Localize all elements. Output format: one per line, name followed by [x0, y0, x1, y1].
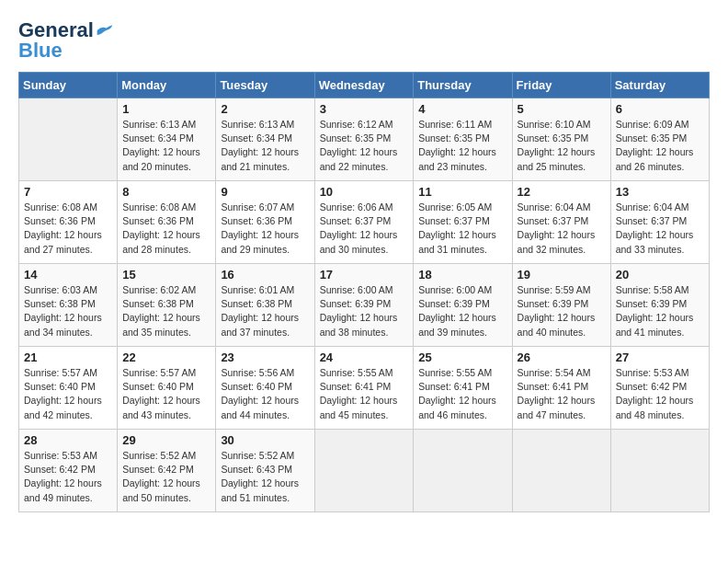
calendar-cell: 3Sunrise: 6:12 AMSunset: 6:35 PMDaylight… — [314, 98, 414, 181]
day-number: 15 — [122, 268, 210, 282]
day-number: 16 — [221, 268, 309, 282]
day-info: Sunrise: 6:00 AMSunset: 6:39 PMDaylight:… — [418, 283, 506, 339]
calendar-cell — [414, 430, 512, 512]
day-info: Sunrise: 6:13 AMSunset: 6:34 PMDaylight:… — [221, 118, 309, 174]
weekday-header-row: SundayMondayTuesdayWednesdayThursdayFrid… — [19, 73, 710, 98]
day-info: Sunrise: 6:08 AMSunset: 6:36 PMDaylight:… — [24, 201, 112, 257]
calendar-week-5: 28Sunrise: 5:53 AMSunset: 6:42 PMDayligh… — [19, 430, 710, 512]
calendar-cell: 10Sunrise: 6:06 AMSunset: 6:37 PMDayligh… — [314, 181, 414, 264]
day-info: Sunrise: 6:09 AMSunset: 6:35 PMDaylight:… — [616, 118, 704, 174]
calendar-cell: 17Sunrise: 6:00 AMSunset: 6:39 PMDayligh… — [314, 264, 414, 347]
weekday-header-saturday: Saturday — [610, 73, 709, 98]
day-info: Sunrise: 5:59 AMSunset: 6:39 PMDaylight:… — [518, 283, 606, 339]
day-info: Sunrise: 5:53 AMSunset: 6:42 PMDaylight:… — [616, 366, 704, 422]
calendar-cell: 13Sunrise: 6:04 AMSunset: 6:37 PMDayligh… — [610, 181, 709, 264]
day-info: Sunrise: 5:55 AMSunset: 6:41 PMDaylight:… — [418, 366, 506, 422]
day-info: Sunrise: 5:52 AMSunset: 6:42 PMDaylight:… — [122, 449, 210, 505]
day-info: Sunrise: 6:04 AMSunset: 6:37 PMDaylight:… — [616, 201, 704, 257]
calendar-cell — [610, 430, 709, 512]
calendar-cell: 28Sunrise: 5:53 AMSunset: 6:42 PMDayligh… — [19, 430, 118, 512]
day-info: Sunrise: 6:04 AMSunset: 6:37 PMDaylight:… — [518, 201, 606, 257]
day-number: 5 — [518, 102, 606, 116]
day-number: 9 — [221, 185, 309, 199]
day-number: 17 — [320, 268, 409, 282]
calendar-table: SundayMondayTuesdayWednesdayThursdayFrid… — [18, 72, 710, 512]
day-info: Sunrise: 6:08 AMSunset: 6:36 PMDaylight:… — [122, 201, 210, 257]
day-info: Sunrise: 6:12 AMSunset: 6:35 PMDaylight:… — [320, 118, 409, 174]
day-number: 10 — [320, 185, 409, 199]
day-number: 27 — [616, 350, 704, 364]
calendar-cell — [512, 430, 610, 512]
calendar-cell: 27Sunrise: 5:53 AMSunset: 6:42 PMDayligh… — [610, 347, 709, 430]
day-info: Sunrise: 6:00 AMSunset: 6:39 PMDaylight:… — [320, 283, 409, 339]
calendar-cell: 4Sunrise: 6:11 AMSunset: 6:35 PMDaylight… — [414, 98, 512, 181]
calendar-cell: 14Sunrise: 6:03 AMSunset: 6:38 PMDayligh… — [19, 264, 118, 347]
calendar-cell: 22Sunrise: 5:57 AMSunset: 6:40 PMDayligh… — [118, 347, 216, 430]
day-number: 25 — [418, 350, 506, 364]
day-number: 22 — [122, 350, 210, 364]
day-info: Sunrise: 5:57 AMSunset: 6:40 PMDaylight:… — [122, 366, 210, 422]
day-number: 14 — [24, 268, 112, 282]
calendar-cell: 8Sunrise: 6:08 AMSunset: 6:36 PMDaylight… — [118, 181, 216, 264]
day-number: 23 — [221, 350, 309, 364]
day-number: 3 — [320, 102, 409, 116]
calendar-cell: 6Sunrise: 6:09 AMSunset: 6:35 PMDaylight… — [610, 98, 709, 181]
calendar-cell: 2Sunrise: 6:13 AMSunset: 6:34 PMDaylight… — [216, 98, 314, 181]
calendar-cell: 24Sunrise: 5:55 AMSunset: 6:41 PMDayligh… — [314, 347, 414, 430]
calendar-cell: 29Sunrise: 5:52 AMSunset: 6:42 PMDayligh… — [118, 430, 216, 512]
calendar-cell — [19, 98, 118, 181]
calendar-week-2: 7Sunrise: 6:08 AMSunset: 6:36 PMDaylight… — [19, 181, 710, 264]
calendar-cell: 12Sunrise: 6:04 AMSunset: 6:37 PMDayligh… — [512, 181, 610, 264]
day-number: 29 — [122, 433, 210, 447]
calendar-cell: 21Sunrise: 5:57 AMSunset: 6:40 PMDayligh… — [19, 347, 118, 430]
day-info: Sunrise: 5:55 AMSunset: 6:41 PMDaylight:… — [320, 366, 409, 422]
day-number: 30 — [221, 433, 309, 447]
calendar-cell: 15Sunrise: 6:02 AMSunset: 6:38 PMDayligh… — [118, 264, 216, 347]
weekday-header-thursday: Thursday — [414, 73, 512, 98]
weekday-header-sunday: Sunday — [19, 73, 118, 98]
weekday-header-friday: Friday — [512, 73, 610, 98]
calendar-week-3: 14Sunrise: 6:03 AMSunset: 6:38 PMDayligh… — [19, 264, 710, 347]
day-number: 21 — [24, 350, 112, 364]
calendar-cell: 1Sunrise: 6:13 AMSunset: 6:34 PMDaylight… — [118, 98, 216, 181]
calendar-cell: 16Sunrise: 6:01 AMSunset: 6:38 PMDayligh… — [216, 264, 314, 347]
day-info: Sunrise: 6:10 AMSunset: 6:35 PMDaylight:… — [518, 118, 606, 174]
day-number: 1 — [122, 102, 210, 116]
day-number: 18 — [418, 268, 506, 282]
day-info: Sunrise: 5:57 AMSunset: 6:40 PMDaylight:… — [24, 366, 112, 422]
day-info: Sunrise: 6:11 AMSunset: 6:35 PMDaylight:… — [418, 118, 506, 174]
calendar-cell: 18Sunrise: 6:00 AMSunset: 6:39 PMDayligh… — [414, 264, 512, 347]
calendar-cell: 7Sunrise: 6:08 AMSunset: 6:36 PMDaylight… — [19, 181, 118, 264]
logo: General Blue — [18, 18, 114, 63]
weekday-header-monday: Monday — [118, 73, 216, 98]
day-info: Sunrise: 6:02 AMSunset: 6:38 PMDaylight:… — [122, 283, 210, 339]
calendar-cell: 5Sunrise: 6:10 AMSunset: 6:35 PMDaylight… — [512, 98, 610, 181]
day-info: Sunrise: 5:52 AMSunset: 6:43 PMDaylight:… — [221, 449, 309, 505]
page-header: General Blue — [18, 18, 710, 63]
day-number: 4 — [418, 102, 506, 116]
day-number: 12 — [518, 185, 606, 199]
day-number: 8 — [122, 185, 210, 199]
day-info: Sunrise: 6:13 AMSunset: 6:34 PMDaylight:… — [122, 118, 210, 174]
day-number: 7 — [24, 185, 112, 199]
day-number: 26 — [518, 350, 606, 364]
calendar-cell: 11Sunrise: 6:05 AMSunset: 6:37 PMDayligh… — [414, 181, 512, 264]
day-info: Sunrise: 6:03 AMSunset: 6:38 PMDaylight:… — [24, 283, 112, 339]
calendar-cell — [314, 430, 414, 512]
day-info: Sunrise: 5:58 AMSunset: 6:39 PMDaylight:… — [616, 283, 704, 339]
calendar-cell: 25Sunrise: 5:55 AMSunset: 6:41 PMDayligh… — [414, 347, 512, 430]
day-info: Sunrise: 6:07 AMSunset: 6:36 PMDaylight:… — [221, 201, 309, 257]
day-info: Sunrise: 5:53 AMSunset: 6:42 PMDaylight:… — [24, 449, 112, 505]
day-number: 19 — [518, 268, 606, 282]
day-info: Sunrise: 5:54 AMSunset: 6:41 PMDaylight:… — [518, 366, 606, 422]
day-info: Sunrise: 6:05 AMSunset: 6:37 PMDaylight:… — [418, 201, 506, 257]
day-info: Sunrise: 5:56 AMSunset: 6:40 PMDaylight:… — [221, 366, 309, 422]
day-info: Sunrise: 6:06 AMSunset: 6:37 PMDaylight:… — [320, 201, 409, 257]
calendar-cell: 23Sunrise: 5:56 AMSunset: 6:40 PMDayligh… — [216, 347, 314, 430]
day-number: 11 — [418, 185, 506, 199]
calendar-week-4: 21Sunrise: 5:57 AMSunset: 6:40 PMDayligh… — [19, 347, 710, 430]
calendar-cell: 9Sunrise: 6:07 AMSunset: 6:36 PMDaylight… — [216, 181, 314, 264]
day-info: Sunrise: 6:01 AMSunset: 6:38 PMDaylight:… — [221, 283, 309, 339]
calendar-body: 1Sunrise: 6:13 AMSunset: 6:34 PMDaylight… — [19, 98, 710, 512]
day-number: 13 — [616, 185, 704, 199]
